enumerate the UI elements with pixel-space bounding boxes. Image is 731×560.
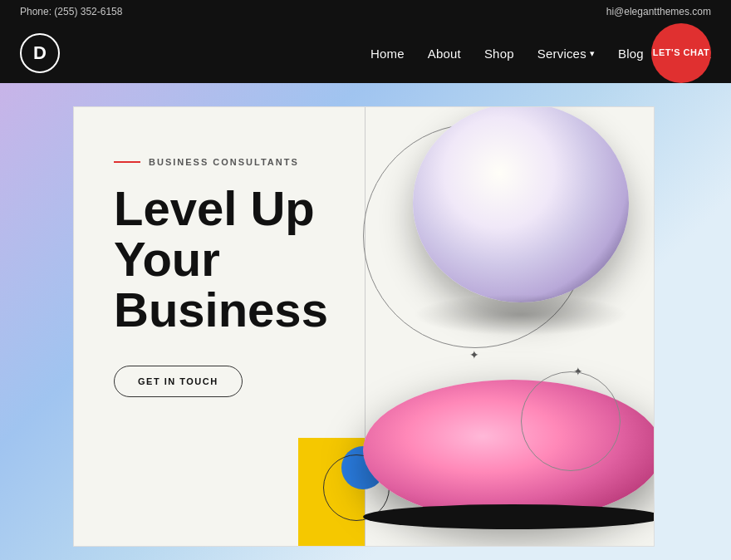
nav-home[interactable]: Home	[370, 47, 405, 61]
get-in-touch-button[interactable]: GET IN TOUCH	[114, 366, 243, 397]
outline-circle-med	[521, 371, 621, 471]
business-label: BUSINESS CONSULTANTS	[114, 157, 363, 167]
logo[interactable]: D	[20, 33, 60, 73]
nav-about[interactable]: About	[428, 47, 461, 61]
nav-blog[interactable]: Blog	[618, 47, 644, 61]
disk-bottom-edge	[363, 504, 655, 529]
chat-button[interactable]: LET'S CHAT	[651, 23, 711, 83]
disk-top-shadow	[413, 294, 629, 336]
phone-number: Phone: (255) 352-6158	[20, 6, 122, 17]
nav-shop[interactable]: Shop	[484, 47, 514, 61]
top-bar: Phone: (255) 352-6158 hi@elegantthemes.c…	[0, 0, 731, 23]
label-line	[114, 161, 140, 163]
logo-letter: D	[33, 42, 47, 64]
business-label-text: BUSINESS CONSULTANTS	[149, 157, 299, 167]
hero-title: Level Up Your Business	[114, 184, 363, 336]
nav-services[interactable]: Services	[537, 47, 595, 61]
hero-left: BUSINESS CONSULTANTS Level Up Your Busin…	[114, 157, 363, 397]
email-address: hi@elegantthemes.com	[606, 6, 711, 17]
main-section: BUSINESS CONSULTANTS Level Up Your Busin…	[0, 83, 731, 560]
header: D Home About Shop Services Blog Contact …	[0, 23, 731, 83]
disk-top	[388, 106, 655, 340]
disk-top-body	[413, 106, 629, 302]
hero-right	[355, 107, 654, 546]
hero-card: BUSINESS CONSULTANTS Level Up Your Busin…	[73, 106, 655, 547]
